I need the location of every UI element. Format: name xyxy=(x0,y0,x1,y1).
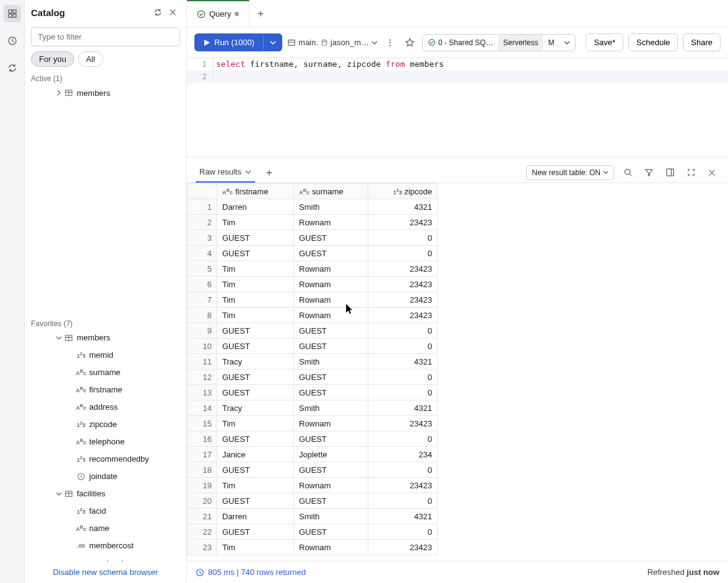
panel-toggle-button[interactable] xyxy=(662,165,677,180)
context-selector[interactable]: main. jason_m… xyxy=(287,38,378,47)
add-tab-button[interactable] xyxy=(249,0,272,27)
check-circle-icon xyxy=(197,10,206,19)
section-favorites: Favorites (7) xyxy=(25,317,186,329)
tree-node-recommendedby[interactable]: 123recommendedby xyxy=(25,451,186,468)
table-row[interactable]: 20GUESTGUEST0 xyxy=(188,493,438,509)
abc-icon: ABc xyxy=(76,403,87,411)
cluster-tag: Serverless xyxy=(498,35,544,51)
search-results-button[interactable] xyxy=(620,165,635,180)
database-icon xyxy=(321,39,328,46)
more-menu-button[interactable] xyxy=(383,35,397,50)
cluster-name: 0 - Shared SQ… xyxy=(438,38,493,47)
new-result-table-toggle[interactable]: New result table: ON xyxy=(526,165,614,180)
table-row[interactable]: 13GUESTGUEST0 xyxy=(188,385,438,400)
num-icon: 123 xyxy=(393,189,402,196)
table-icon xyxy=(63,334,74,342)
editor-tabs: Query xyxy=(187,0,728,27)
sidebar: Catalog For you All Active (1) members F… xyxy=(25,0,187,583)
add-viz-button[interactable] xyxy=(261,165,277,181)
expand-icon xyxy=(687,168,696,177)
tree-node-facilities[interactable]: facilities xyxy=(25,485,186,503)
rail-catalog-icon[interactable] xyxy=(4,5,21,22)
table-row[interactable]: 10GUESTGUEST0 xyxy=(188,339,438,354)
svg-rect-1 xyxy=(13,10,16,13)
table-row[interactable]: 9GUESTGUEST0 xyxy=(188,323,438,339)
table-row[interactable]: 14TracySmith4321 xyxy=(188,400,438,416)
pill-for-you[interactable]: For you xyxy=(31,51,74,67)
chevron-down-icon xyxy=(270,40,276,46)
results-tab-label: Raw results xyxy=(199,167,241,176)
col-surname[interactable]: ABcsurname xyxy=(294,184,368,199)
tree-node-members[interactable]: members xyxy=(25,84,186,101)
run-dropdown-button[interactable] xyxy=(263,35,282,50)
table-icon xyxy=(63,490,74,498)
favorite-button[interactable] xyxy=(402,35,417,50)
results-grid-wrap[interactable]: ABcfirstnameABcsurname123zipcode1DarrenS… xyxy=(187,183,728,561)
filter-input[interactable] xyxy=(31,27,180,46)
tree-node-address[interactable]: ABcaddress xyxy=(25,399,186,416)
clock-icon xyxy=(196,568,204,577)
tree-node-membercost[interactable]: .00membercost xyxy=(25,537,186,555)
abc-icon: ABc xyxy=(222,189,233,196)
refresh-icon[interactable] xyxy=(150,5,165,20)
results-tab-raw[interactable]: Raw results xyxy=(196,162,255,183)
table-row[interactable]: 18GUESTGUEST0 xyxy=(188,462,438,478)
col-firstname[interactable]: ABcfirstname xyxy=(217,184,294,199)
expand-results-button[interactable] xyxy=(683,165,698,180)
col-zipcode[interactable]: 123zipcode xyxy=(368,184,438,199)
run-button[interactable]: Run (1000) xyxy=(194,33,282,51)
status-bar: 805 ms | 740 rows returned Refreshed jus… xyxy=(187,561,728,583)
chevron-down-icon xyxy=(245,169,251,175)
tree-favorites: members123memidABcsurnameABcfirstnameABc… xyxy=(25,329,186,562)
tree-node-surname[interactable]: ABcsurname xyxy=(25,364,186,381)
tree-node-zipcode[interactable]: 123zipcode xyxy=(25,416,186,433)
sql-editor[interactable]: 1select firstname, surname, zipcode from… xyxy=(187,58,728,157)
schedule-button[interactable]: Schedule xyxy=(628,33,678,51)
table-row[interactable]: 15TimRownam23423 xyxy=(188,416,438,431)
share-button[interactable]: Share xyxy=(683,33,721,51)
table-row[interactable]: 19TimRownam23423 xyxy=(188,478,438,493)
table-row[interactable]: 5TimRownam23423 xyxy=(188,261,438,277)
table-row[interactable]: 4GUESTGUEST0 xyxy=(188,246,438,261)
table-row[interactable]: 23TimRownam23423 xyxy=(188,540,438,555)
rail-sync-icon[interactable] xyxy=(4,59,21,77)
table-row[interactable]: 12GUESTGUEST0 xyxy=(188,369,438,385)
table-row[interactable]: 1DarrenSmith4321 xyxy=(188,199,438,215)
save-button[interactable]: Save* xyxy=(586,33,623,51)
tree-node-memid[interactable]: 123memid xyxy=(25,347,186,364)
disable-schema-link[interactable]: Disable new schema browser xyxy=(25,561,186,583)
play-icon xyxy=(203,39,210,46)
tree-node-members[interactable]: members xyxy=(25,329,186,347)
tab-query[interactable]: Query xyxy=(187,0,249,27)
pill-all[interactable]: All xyxy=(78,51,103,67)
cluster-size: M xyxy=(543,35,559,51)
close-icon xyxy=(708,168,716,177)
star-icon xyxy=(405,38,415,48)
table-row[interactable]: 6TimRownam23423 xyxy=(188,277,438,292)
table-row[interactable]: 11TracySmith4321 xyxy=(188,354,438,369)
tree-node-guestcost[interactable]: .00guestcost xyxy=(25,555,186,562)
rail-history-icon[interactable] xyxy=(4,32,21,50)
table-row[interactable]: 16GUESTGUEST0 xyxy=(188,431,438,447)
table-row[interactable]: 7TimRownam23423 xyxy=(188,292,438,308)
tree-node-facid[interactable]: 123facid xyxy=(25,503,186,520)
table-row[interactable]: 17JaniceJoplette234 xyxy=(188,447,438,462)
tree-node-joindate[interactable]: joindate xyxy=(25,468,186,485)
filter-results-button[interactable] xyxy=(641,165,656,180)
table-row[interactable]: 22GUESTGUEST0 xyxy=(188,524,438,540)
svg-rect-23 xyxy=(666,169,673,176)
tree-node-telephone[interactable]: ABctelephone xyxy=(25,433,186,451)
tree-node-name[interactable]: ABcname xyxy=(25,520,186,537)
table-row[interactable]: 3GUESTGUEST0 xyxy=(188,230,438,246)
table-row[interactable]: 8TimRownam23423 xyxy=(188,308,438,323)
cluster-selector[interactable]: 0 - Shared SQ… Serverless M xyxy=(422,34,576,51)
table-row[interactable]: 2TimRownam23423 xyxy=(188,215,438,230)
layout-icon xyxy=(665,168,675,177)
close-sidebar-icon[interactable] xyxy=(165,5,180,20)
svg-point-20 xyxy=(389,45,391,46)
table-row[interactable]: 21DarrenSmith4321 xyxy=(188,509,438,524)
svg-rect-0 xyxy=(9,10,12,13)
close-results-button[interactable] xyxy=(704,165,719,180)
tree-active: members xyxy=(25,84,186,317)
tree-node-firstname[interactable]: ABcfirstname xyxy=(25,381,186,399)
